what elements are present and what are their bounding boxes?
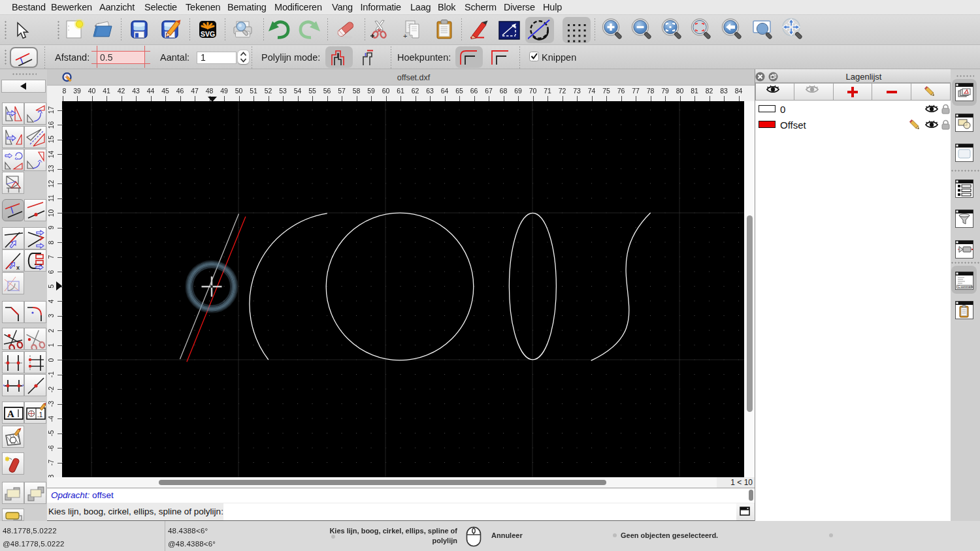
svg-text:x: x <box>16 264 20 271</box>
svg-text:.1: .1 <box>37 411 43 418</box>
svg-text:SVG: SVG <box>201 30 215 38</box>
svg-text:C command: C command <box>958 285 973 289</box>
svg-text:A: A <box>7 409 14 419</box>
svg-text:+: + <box>403 32 407 40</box>
